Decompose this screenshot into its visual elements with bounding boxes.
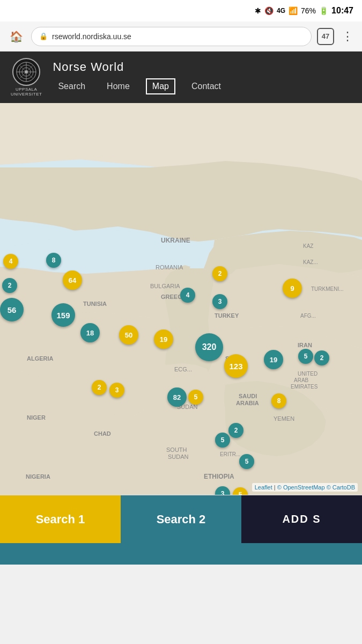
footer-bar [0,543,362,565]
logo-circle [12,58,40,86]
map-marker[interactable]: 82 [167,387,187,407]
map-marker[interactable]: 320 [195,333,223,361]
more-button[interactable]: ⋮ [339,27,356,46]
nav-home[interactable]: Home [101,79,135,93]
site-header: UPPSALA UNIVERSITET Norse World Search H… [0,52,362,103]
map-marker[interactable]: 64 [63,270,82,290]
logo-area: UPPSALA UNIVERSITET [11,58,42,97]
osm-link[interactable]: © OpenStreetMap [277,484,325,491]
map-marker[interactable]: 3 [109,383,124,398]
logo-text: UPPSALA UNIVERSITET [11,87,42,97]
svg-text:TUNISIA: TUNISIA [83,301,107,307]
status-bar: ✱ 🔇 4G 📶 76% 🔋 10:47 [0,0,362,21]
site-title-nav: Norse World Search Home Map Contact [53,60,226,94]
svg-text:KAZ...: KAZ... [303,259,318,265]
svg-text:KAZ: KAZ [303,243,313,249]
svg-text:ROMANIA: ROMANIA [156,264,183,270]
svg-text:ERITR...: ERITR... [220,451,240,457]
map-marker[interactable]: 5 [239,454,254,469]
map-marker[interactable]: 19 [264,350,283,369]
map-marker[interactable]: 19 [154,330,173,349]
map-container[interactable]: TUNISIA ALGERIA NIGER CHAD NIGERIA CAMER… [0,103,362,495]
map-marker[interactable]: 4 [180,288,195,303]
home-button[interactable]: 🏠 [6,27,26,46]
map-marker[interactable]: 2 [92,380,107,395]
add-search-button[interactable]: ADD S [241,495,362,543]
battery-icon: 🔋 [319,6,328,15]
cartodb-link[interactable]: © CartoDB [327,484,355,491]
battery-percent: 76% [301,6,316,15]
map-marker[interactable]: 5 [215,433,230,448]
svg-text:ARAB: ARAB [294,377,309,383]
svg-text:SOUTH: SOUTH [166,447,187,453]
map-marker[interactable]: 2 [212,266,227,281]
svg-text:IRAN: IRAN [298,342,312,348]
nav-map[interactable]: Map [146,78,175,94]
logo-svg [16,61,37,83]
search1-button[interactable]: Search 1 [0,495,121,543]
browser-bar: 🏠 🔒 rseworld.nordiska.uu.se 47 ⋮ [0,21,362,52]
map-marker[interactable]: 123 [224,354,248,378]
map-marker[interactable]: 2 [314,350,329,365]
map-marker[interactable]: 5 [298,349,313,364]
map-marker[interactable]: 8 [271,393,286,408]
map-marker[interactable]: 3 [212,294,227,309]
map-marker[interactable]: 159 [51,303,75,327]
svg-text:ECG...: ECG... [174,366,192,372]
search2-button[interactable]: Search 2 [121,495,241,543]
svg-text:ALGERIA: ALGERIA [27,355,54,362]
svg-text:UKRAINE: UKRAINE [161,237,190,244]
svg-text:UNITED: UNITED [298,371,317,377]
site-title: Norse World [53,60,226,74]
tab-count[interactable]: 47 [317,28,334,45]
svg-text:EMIRATES: EMIRATES [291,384,318,390]
svg-text:SAUDI: SAUDI [239,393,257,399]
lock-icon: 🔒 [39,32,48,40]
bottom-toolbar: Search 1 Search 2 ADD S [0,495,362,543]
map-marker[interactable]: 9 [283,279,302,298]
home-icon: 🏠 [10,30,23,43]
svg-text:BULGARIA: BULGARIA [150,283,180,289]
svg-text:TURKEY: TURKEY [215,312,239,319]
svg-text:NIGER: NIGER [27,414,46,421]
map-marker[interactable]: 18 [80,323,100,342]
svg-text:AFG...: AFG... [300,313,316,319]
nav-search[interactable]: Search [53,79,91,93]
url-text: rseworld.nordiska.uu.se [52,32,131,41]
svg-text:TURKMENI...: TURKMENI... [311,286,344,292]
map-marker[interactable]: 4 [3,254,18,269]
map-marker[interactable]: 2 [228,423,243,438]
site-nav: Search Home Map Contact [53,78,226,94]
svg-text:ARABIA: ARABIA [236,400,259,406]
url-bar[interactable]: 🔒 rseworld.nordiska.uu.se [31,27,312,46]
map-marker[interactable]: 50 [119,325,138,345]
nav-contact[interactable]: Contact [186,79,226,93]
bluetooth-icon: ✱ [255,6,261,15]
svg-text:CHAD: CHAD [94,430,111,437]
leaflet-link[interactable]: Leaflet [255,484,272,491]
map-marker[interactable]: 5 [188,390,203,405]
mute-icon: 🔇 [264,6,274,15]
svg-text:ETHIOPIA: ETHIOPIA [204,473,234,480]
map-marker[interactable]: 2 [2,278,17,293]
map-marker[interactable]: 56 [0,298,24,321]
clock: 10:47 [331,6,353,16]
svg-text:SUDAN: SUDAN [168,453,189,460]
svg-text:NIGERIA: NIGERIA [26,473,50,480]
map-attribution: Leaflet | © OpenStreetMap © CartoDB [252,483,358,492]
map-marker[interactable]: 8 [46,253,61,268]
network-indicator: 4G [277,7,285,14]
signal-bars: 📶 [289,6,298,15]
status-icons: ✱ 🔇 4G 📶 76% 🔋 10:47 [255,6,353,16]
svg-text:YEMEN: YEMEN [274,415,294,422]
